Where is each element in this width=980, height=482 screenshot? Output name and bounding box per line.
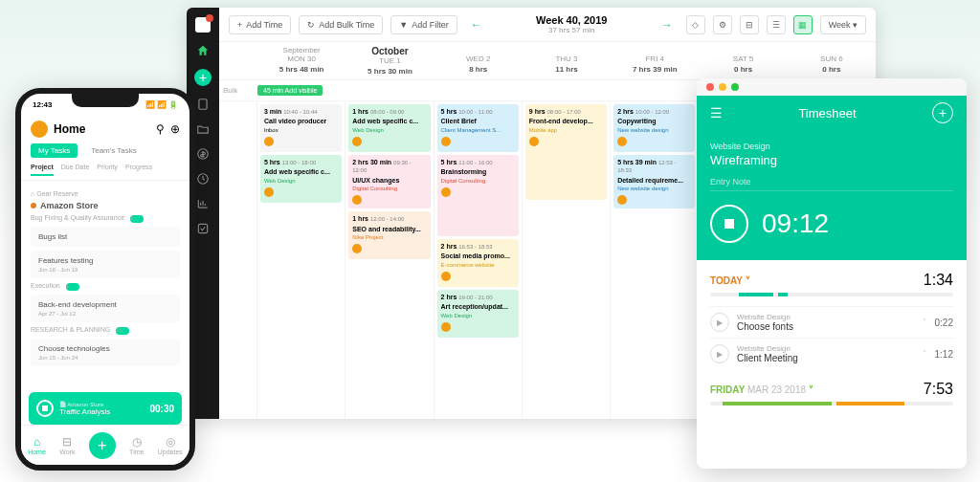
doc-icon[interactable] xyxy=(196,98,210,111)
add-icon[interactable]: ⊕ xyxy=(170,122,180,136)
section-label: ⌂ Gear Reserve xyxy=(31,190,180,197)
time-block[interactable]: 5 hrs 10:00 - 11:00Client BriefClient Ma… xyxy=(437,104,519,152)
day-header: WED 28 hrs xyxy=(434,42,523,79)
nav-updates[interactable]: ◎Updates xyxy=(158,435,183,455)
stop-timer-button[interactable] xyxy=(710,205,748,243)
time-block[interactable]: 3 min 10:40 - 10:44Call video producerIn… xyxy=(260,104,342,152)
group-label: Bug Fixing & Quality Assurance 2 xyxy=(31,214,180,223)
close-dot[interactable] xyxy=(706,83,714,91)
group-label: Execution 1 xyxy=(31,282,180,291)
svg-rect-3 xyxy=(198,224,207,232)
time-block[interactable]: 2 hrs 10:00 - 12:00CopywritingNew websit… xyxy=(613,104,695,152)
header-title: Timesheet xyxy=(798,106,856,120)
entry-project: Website Design xyxy=(737,313,915,321)
time-block[interactable]: 1 hrs 12:00 - 14:00SEO and readability..… xyxy=(348,211,430,259)
day-header: SUN 60 hrs xyxy=(788,42,876,79)
time-entry[interactable]: ▶ Website Design Choose fonts ˅ 0:22 xyxy=(710,306,953,338)
status-clock: 12:43 xyxy=(33,100,52,109)
running-timer[interactable]: 📄 Amazon Store Traffic Analysis 00:30 xyxy=(29,392,182,425)
phone-tabs: My Tasks Team's Tasks xyxy=(21,143,189,164)
window-controls xyxy=(697,78,967,96)
add-time-button[interactable]: + Add Time xyxy=(229,15,291,34)
view2-icon[interactable]: ☰ xyxy=(767,15,786,34)
time-block[interactable]: 2 hrs 19:00 - 21:00Art reception/updat..… xyxy=(437,290,519,338)
subtab-progress[interactable]: Progress xyxy=(125,164,152,176)
day-header: FRI 47 hrs 39 min xyxy=(611,42,699,79)
task-card[interactable]: Bugs list xyxy=(31,227,180,247)
add-bulk-button[interactable]: ↻ Add Bulk Time xyxy=(299,15,383,34)
timer-value: 00:30 xyxy=(149,404,174,414)
chevron-down-icon[interactable]: ˅ xyxy=(923,349,927,359)
day-bar xyxy=(710,402,953,405)
phone-notch xyxy=(72,94,139,107)
chart-icon[interactable] xyxy=(196,197,210,210)
add-entry-button[interactable]: + xyxy=(932,102,953,123)
time-block[interactable]: 5 hrs 11:00 - 16:00BrainstormingDigital … xyxy=(437,155,519,236)
day-column: 2 hrs 10:00 - 12:00CopywritingNew websit… xyxy=(611,101,699,419)
entry-note-input[interactable]: Entry Note xyxy=(710,177,953,191)
subtab-project[interactable]: Project xyxy=(31,164,54,176)
diamond-icon[interactable]: ◇ xyxy=(686,15,705,34)
chevron-down-icon[interactable]: ˅ xyxy=(923,318,927,327)
phone-subtabs: Project Due Date Priority Progress xyxy=(21,164,189,181)
task-card[interactable]: Choose technologiesJun 15 - Jun 24 xyxy=(31,339,180,366)
task-card[interactable]: Features testingJun 16 - Jun 19 xyxy=(31,251,180,278)
next-week-button[interactable]: → xyxy=(656,18,679,32)
subtab-duedate[interactable]: Due Date xyxy=(61,164,90,176)
svg-rect-0 xyxy=(199,99,207,110)
minimize-dot[interactable] xyxy=(719,83,726,91)
tab-teamtasks[interactable]: Team's Tasks xyxy=(83,143,145,158)
day-header: SeptemberMON 305 hrs 48 min xyxy=(257,42,345,79)
day-label[interactable]: TODAY ˅ xyxy=(710,275,750,286)
nav-home[interactable]: ⌂Home xyxy=(28,435,46,455)
time-block[interactable]: 2 hrs 30 min 09:30 - 12:00UI/UX changesD… xyxy=(348,155,430,208)
add-filter-button[interactable]: ▼ Add Filter xyxy=(390,15,457,34)
time-block[interactable]: 5 hrs 39 min 12:53 - 18:33Detailed requi… xyxy=(613,155,695,208)
nav-time[interactable]: ◷Time xyxy=(129,435,144,455)
day-header: SAT 50 hrs xyxy=(699,42,787,79)
group-label: RESEARCH & PLANNING 16 xyxy=(31,326,180,335)
bulk-pill[interactable]: 45 min Add visible xyxy=(257,85,323,96)
tab-mytasks[interactable]: My Tasks xyxy=(31,143,78,158)
folder-icon[interactable] xyxy=(196,122,210,136)
nav-add[interactable]: + xyxy=(89,432,116,459)
app-logo[interactable] xyxy=(195,17,211,33)
maximize-dot[interactable] xyxy=(731,83,739,91)
avatar[interactable] xyxy=(31,120,48,138)
time-block[interactable]: 2 hrs 16:53 - 18:53Social media promo...… xyxy=(437,239,519,287)
day-header: OctoberTUE 15 hrs 30 min xyxy=(345,42,434,79)
view3-icon[interactable]: ▦ xyxy=(793,15,813,34)
time-block[interactable]: 9 hrs 08:00 - 17:00Front-end develop...M… xyxy=(525,104,607,200)
task-card[interactable]: Back-end developmentApr 27 - Jul 12 xyxy=(31,295,180,322)
phone-header: Home ⚲ ⊕ xyxy=(21,115,189,143)
day-column: 1 hrs 08:00 - 09:00Add web specific c...… xyxy=(345,101,434,419)
play-icon[interactable]: ▶ xyxy=(710,313,729,332)
prev-week-button[interactable]: ← xyxy=(465,18,488,32)
stop-button[interactable] xyxy=(36,400,54,417)
bulk-label: Bulk xyxy=(223,86,257,95)
view1-icon[interactable]: ⊟ xyxy=(740,15,759,34)
week-display: Week 40, 2019 37 hrs 57 min xyxy=(496,14,648,34)
search-icon[interactable]: ⚲ xyxy=(156,122,165,136)
period-select[interactable]: Week ▾ xyxy=(820,15,866,34)
day-column: 9 hrs 08:00 - 17:00Front-end develop...M… xyxy=(523,101,611,419)
gear-icon[interactable]: ⚙ xyxy=(713,15,732,34)
time-block[interactable]: 5 hrs 13:00 - 18:00Add web specific c...… xyxy=(260,155,342,203)
day-label[interactable]: FRIDAY MAR 23 2018 ˅ xyxy=(710,384,813,395)
time-block[interactable]: 1 hrs 08:00 - 09:00Add web specific c...… xyxy=(348,104,430,152)
play-icon[interactable]: ▶ xyxy=(710,344,729,363)
running-time: 09:12 xyxy=(762,208,829,239)
clock-icon[interactable] xyxy=(196,172,210,186)
add-icon[interactable]: + xyxy=(194,69,212,86)
menu-icon[interactable]: ☰ xyxy=(710,105,723,120)
money-icon[interactable] xyxy=(196,147,210,161)
home-icon[interactable] xyxy=(196,44,210,57)
subtab-priority[interactable]: Priority xyxy=(97,164,118,176)
project-title[interactable]: Amazon Store xyxy=(31,201,180,210)
check-icon[interactable] xyxy=(196,222,210,235)
entry-task: Choose fonts xyxy=(737,321,915,332)
nav-work[interactable]: ⊟Work xyxy=(59,435,75,455)
time-entry[interactable]: ▶ Website Design Client Meeting ˅ 1:12 xyxy=(710,338,953,369)
entry-time: 1:12 xyxy=(935,349,953,360)
running-entry: Website Design Wireframing Entry Note 09… xyxy=(697,130,967,260)
